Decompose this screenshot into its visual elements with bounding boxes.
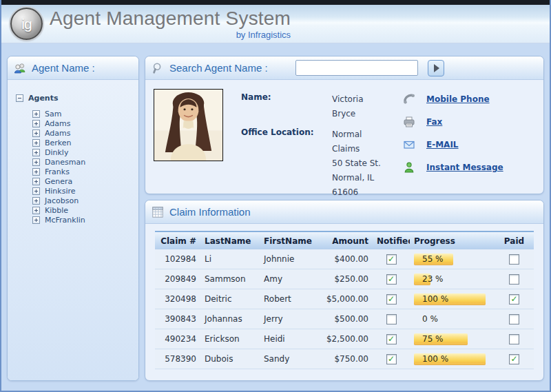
claim-row[interactable]: 578390 Dubois Sandy $750.00 ✓ 100 % ✓ xyxy=(155,349,534,369)
cell-claim: 102984 xyxy=(155,254,200,264)
tree-item-label: Hinksire xyxy=(45,187,76,196)
column-header-progress[interactable]: Progress xyxy=(410,236,492,246)
field-name: Name: Victoria Bryce xyxy=(241,92,385,121)
office-line-1: Normal Claims xyxy=(332,127,385,156)
mobile-phone-link[interactable]: Mobile Phone xyxy=(426,94,490,104)
search-label: Search Agent Name : xyxy=(169,62,268,74)
tree-item-agent[interactable]: Adams xyxy=(32,118,130,128)
cell-paid xyxy=(492,274,536,285)
expand-icon[interactable] xyxy=(32,130,40,137)
cell-lastname: Li xyxy=(200,254,260,264)
tree-item-agent[interactable]: Hinksire xyxy=(32,186,130,196)
expand-icon[interactable] xyxy=(32,178,40,185)
expand-icon[interactable] xyxy=(32,197,40,205)
progress-label: 100 % xyxy=(422,354,448,364)
contact-mobile-phone: Mobile Phone xyxy=(403,93,532,105)
fax-link[interactable]: Fax xyxy=(426,117,442,127)
claim-row[interactable]: 209849 Sammson Amy $250.00 ✓ 23 % xyxy=(155,269,534,289)
claims-body: Claim # LastName FirstName Amount Notifi… xyxy=(145,224,543,380)
cell-notified xyxy=(373,314,410,324)
cell-progress: 23 % xyxy=(410,274,492,285)
cell-amount: $250.00 xyxy=(318,274,373,284)
claim-row[interactable]: 320498 Deitric Robert $5,000.00 ✓ 100 % … xyxy=(155,289,534,309)
claim-row[interactable]: 102984 Li Johnnie $400.00 ✓ 55 % xyxy=(155,249,534,269)
claim-row[interactable]: 490234 Erickson Heidi $2,500.00 ✓ 75 % xyxy=(155,329,534,349)
expand-icon[interactable] xyxy=(32,187,40,195)
search-go-button[interactable] xyxy=(428,60,444,76)
expand-icon[interactable] xyxy=(32,207,40,214)
tree-item-label: Franks xyxy=(45,167,70,176)
column-header-firstname[interactable]: FirstName xyxy=(260,236,318,246)
tree-item-agent[interactable]: Danesman xyxy=(32,157,130,167)
progress-indicator: 55 % xyxy=(414,254,490,265)
ig-logo: ig xyxy=(10,8,43,40)
progress-indicator: 75 % xyxy=(414,333,490,345)
tree-item-agent[interactable]: Adams xyxy=(32,128,130,138)
paid-checkbox[interactable] xyxy=(509,254,519,265)
agent-tree: Agents Sam Adams Adams Berken Dinkly Dan… xyxy=(8,80,138,380)
tree-item-agent[interactable]: Genera xyxy=(32,176,130,186)
notified-checkbox[interactable]: ✓ xyxy=(386,294,397,305)
notified-checkbox[interactable]: ✓ xyxy=(386,274,397,285)
progress-indicator: 23 % xyxy=(414,274,490,285)
expand-icon[interactable] xyxy=(32,139,40,147)
column-header-notified[interactable]: Notified xyxy=(373,236,410,246)
notified-checkbox[interactable] xyxy=(386,314,397,324)
cell-firstname: Amy xyxy=(260,274,318,284)
field-office: Office Location: Normal Claims 50 State … xyxy=(241,127,385,200)
instant-message-link[interactable]: Instant Message xyxy=(426,163,503,172)
tree-item-agent[interactable]: Kibble xyxy=(32,205,130,215)
fax-icon xyxy=(403,116,415,128)
people-icon xyxy=(14,62,26,74)
tree-item-agent[interactable]: Franks xyxy=(32,167,130,176)
tree-item-agent[interactable]: Berken xyxy=(32,138,130,147)
cell-progress: 0 % xyxy=(410,313,492,325)
progress-indicator: 100 % xyxy=(414,353,490,365)
claim-row[interactable]: 390843 Johannas Jerry $500.00 0 % xyxy=(155,309,534,329)
column-header-lastname[interactable]: LastName xyxy=(200,236,260,246)
claim-information-panel: Claim Information Claim # LastName First… xyxy=(145,200,544,381)
cell-claim: 490234 xyxy=(155,334,200,344)
paid-checkbox[interactable]: ✓ xyxy=(509,354,519,364)
collapse-icon[interactable] xyxy=(16,94,23,102)
claim-information-header: Claim Information xyxy=(145,200,543,224)
cell-firstname: Johnnie xyxy=(260,254,318,264)
tree-item-label: Dinkly xyxy=(45,148,68,157)
agent-name-panel: Agent Name : Agents Sam Adams Adams Berk… xyxy=(7,56,139,381)
notified-checkbox[interactable]: ✓ xyxy=(386,334,397,344)
paid-checkbox[interactable] xyxy=(509,314,519,324)
tree-item-agent[interactable]: Sam xyxy=(32,109,130,118)
column-header-amount[interactable]: Amount xyxy=(318,236,373,246)
claim-information-title: Claim Information xyxy=(169,206,251,218)
search-input[interactable] xyxy=(295,60,418,76)
notified-checkbox[interactable]: ✓ xyxy=(386,254,397,265)
agent-photo xyxy=(154,89,223,161)
column-header-paid[interactable]: Paid xyxy=(492,236,536,246)
cell-progress: 100 % xyxy=(410,353,492,365)
expand-icon[interactable] xyxy=(32,120,40,127)
claims-grid: Claim # LastName FirstName Amount Notifi… xyxy=(155,231,534,369)
tree-item-agent[interactable]: McFranklin xyxy=(32,215,130,225)
tree-item-agent[interactable]: Jacobson xyxy=(32,196,130,205)
notified-checkbox[interactable]: ✓ xyxy=(386,354,397,364)
tree-item-label: Sam xyxy=(45,110,61,118)
expand-icon[interactable] xyxy=(32,110,40,118)
cell-amount: $400.00 xyxy=(318,254,373,264)
expand-icon[interactable] xyxy=(32,158,40,166)
tree-item-label: Genera xyxy=(45,177,72,186)
cell-lastname: Deitric xyxy=(200,294,260,304)
email-link[interactable]: E-MAIL xyxy=(426,140,459,149)
search-bar: Search Agent Name : xyxy=(145,56,543,80)
cell-paid: ✓ xyxy=(492,294,536,305)
tree-root-agents[interactable]: Agents xyxy=(16,94,130,103)
column-header-claim[interactable]: Claim # xyxy=(155,236,200,246)
expand-icon[interactable] xyxy=(32,216,40,224)
cell-paid xyxy=(492,334,536,344)
expand-icon[interactable] xyxy=(32,168,40,176)
content-area: Agent Name : Agents Sam Adams Adams Berk… xyxy=(1,43,550,391)
paid-checkbox[interactable] xyxy=(509,274,519,285)
paid-checkbox[interactable] xyxy=(509,334,519,344)
paid-checkbox[interactable]: ✓ xyxy=(509,294,519,305)
expand-icon[interactable] xyxy=(32,149,40,156)
tree-item-agent[interactable]: Dinkly xyxy=(32,147,130,157)
